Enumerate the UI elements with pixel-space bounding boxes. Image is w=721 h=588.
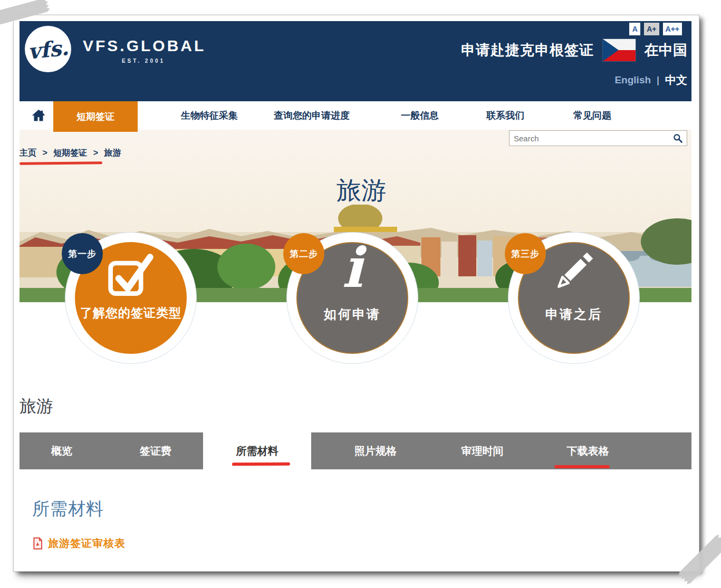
hero-page-title: 旅游 bbox=[20, 174, 691, 207]
checkbox-icon bbox=[105, 251, 156, 304]
font-size-controls: A A+ A++ bbox=[629, 23, 682, 35]
annotation-underline-breadcrumb bbox=[20, 161, 102, 165]
breadcrumb-separator: > bbox=[93, 148, 98, 157]
section-title: 旅游 bbox=[20, 395, 53, 418]
nav-item-contact-us[interactable]: 联系我们 bbox=[463, 101, 547, 130]
czech-flag-icon bbox=[603, 39, 636, 61]
font-size-normal-button[interactable]: A bbox=[629, 23, 640, 35]
tab-processing-time[interactable]: 审理时间 bbox=[449, 432, 515, 469]
brand-wordmark: VFS.GLOBAL bbox=[83, 37, 206, 55]
language-chinese-link[interactable]: 中文 bbox=[665, 73, 687, 88]
main-navigation: 短期签证 生物特征采集 查询您的申请进度 一般信息 联系我们 常见问题 bbox=[20, 101, 691, 130]
content-heading: 所需材料 bbox=[32, 497, 104, 521]
site-header: vfs. VFS.GLOBAL EST. 2001 A A+ A++ 申请赴捷克… bbox=[20, 21, 691, 101]
breadcrumb-separator: > bbox=[42, 148, 47, 157]
page-card: vfs. VFS.GLOBAL EST. 2001 A A+ A++ 申请赴捷克… bbox=[13, 15, 699, 572]
brand-established: EST. 2001 bbox=[83, 58, 204, 64]
annotation-underline-required-documents bbox=[232, 462, 290, 466]
nav-item-short-term-visa[interactable]: 短期签证 bbox=[53, 101, 138, 132]
nav-item-track-application[interactable]: 查询您的申请进度 bbox=[259, 101, 364, 130]
tab-visa-fee[interactable]: 签证费 bbox=[129, 432, 182, 469]
breadcrumb-current-tourism: 旅游 bbox=[104, 148, 121, 157]
step-3-label: 申请之后 bbox=[508, 306, 640, 323]
info-icon: i bbox=[342, 240, 363, 295]
breadcrumb-home[interactable]: 主页 bbox=[20, 148, 36, 157]
vfs-logo[interactable]: vfs. bbox=[25, 26, 71, 72]
language-separator: | bbox=[657, 74, 659, 86]
home-icon bbox=[31, 108, 46, 123]
search-button[interactable] bbox=[669, 131, 687, 146]
home-button[interactable] bbox=[31, 108, 46, 123]
annotation-underline-download-forms bbox=[554, 465, 610, 468]
tab-download-forms[interactable]: 下载表格 bbox=[555, 432, 621, 469]
vfs-logo-monogram: vfs. bbox=[26, 35, 69, 64]
font-size-largest-button[interactable]: A++ bbox=[663, 23, 682, 35]
header-title-group: 申请赴捷克申根签证 在中国 bbox=[461, 39, 687, 61]
step-how-to-apply[interactable]: 第二步 i 如何申请 bbox=[286, 232, 418, 364]
nav-item-faq[interactable]: 常见问题 bbox=[550, 101, 635, 130]
search-input[interactable] bbox=[509, 134, 669, 143]
page-header-title: 申请赴捷克申根签证 bbox=[461, 41, 594, 60]
step-3-badge: 第三步 bbox=[505, 233, 546, 274]
tab-bar: 概览 签证费 所需材料 照片规格 审理时间 下载表格 bbox=[20, 432, 691, 469]
pdf-link-label: 旅游签证审核表 bbox=[48, 536, 126, 551]
nav-item-general-info[interactable]: 一般信息 bbox=[378, 101, 462, 130]
search-box bbox=[509, 130, 687, 146]
language-switcher: English | 中文 bbox=[614, 73, 687, 88]
step-after-you-apply[interactable]: 第三步 申请之后 bbox=[508, 232, 640, 364]
region-label: 在中国 bbox=[645, 41, 687, 60]
pdf-icon bbox=[33, 537, 43, 550]
step-2-badge: 第二步 bbox=[283, 233, 324, 274]
screenshot-canvas: vfs. VFS.GLOBAL EST. 2001 A A+ A++ 申请赴捷克… bbox=[0, 0, 721, 588]
step-know-your-visa-type[interactable]: 第一步 了解您的签证类型 bbox=[65, 232, 197, 364]
nav-item-biometrics[interactable]: 生物特征采集 bbox=[159, 101, 260, 130]
font-size-large-button[interactable]: A+ bbox=[644, 23, 659, 35]
step-1-label: 了解您的签证类型 bbox=[65, 305, 197, 321]
pencil-icon bbox=[550, 248, 598, 297]
tab-photo-specifications[interactable]: 照片规格 bbox=[341, 432, 410, 469]
search-icon bbox=[672, 133, 683, 143]
breadcrumb: 主页 > 短期签证 > 旅游 bbox=[20, 148, 121, 159]
step-2-label: 如何申请 bbox=[286, 306, 418, 323]
step-1-badge: 第一步 bbox=[62, 233, 103, 274]
tab-overview[interactable]: 概览 bbox=[35, 432, 88, 469]
pdf-download-link[interactable]: 旅游签证审核表 bbox=[33, 536, 126, 551]
language-english-link[interactable]: English bbox=[614, 74, 651, 86]
breadcrumb-short-term-visa[interactable]: 短期签证 bbox=[53, 148, 87, 157]
